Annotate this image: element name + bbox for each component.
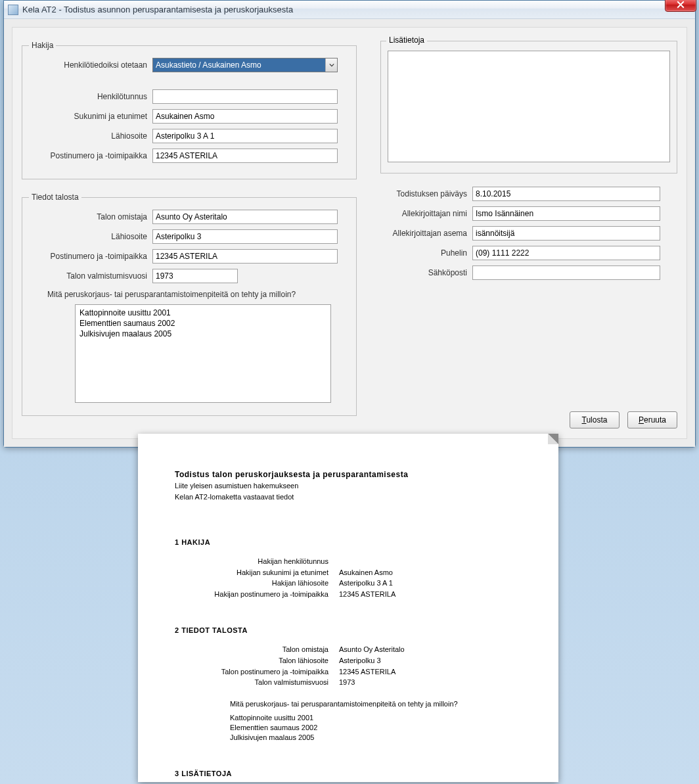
talo-postinumero-label: Postinumero ja -toimipaikka: [29, 252, 152, 261]
doc-s2v2: Asteripolku 3: [339, 656, 522, 666]
doc-sec1: 1 HAKIJA: [175, 538, 522, 547]
doc-sub1: Liite yleisen asumistuen hakemukseen: [175, 481, 522, 491]
tulosta-rest: ulosta: [586, 415, 607, 425]
form-panel: Hakija Henkilötiedoiksi otetaan Asukasti…: [12, 27, 687, 439]
hakija-lahiosoite-label: Lähiosoite: [29, 131, 152, 141]
valmistumisvuosi-label: Talon valmistumisvuosi: [29, 271, 152, 281]
sukunimi-input[interactable]: [152, 109, 338, 124]
henkilotunnus-label: Henkilötunnus: [29, 92, 152, 101]
doc-s1k3: Hakijan lähiosoite: [175, 578, 339, 588]
doc-s2k3: Talon postinumero ja -toimipaikka: [175, 667, 339, 677]
omistaja-label: Talon omistaja: [29, 212, 152, 221]
button-row: Tulosta Peruuta: [380, 411, 677, 428]
sukunimi-label: Sukunimi ja etunimet: [29, 112, 152, 121]
talosta-group: Tiedot talosta Talon omistaja Lähiosoite…: [22, 193, 357, 416]
valmistumisvuosi-input[interactable]: [152, 269, 238, 283]
sahkoposti-input[interactable]: [472, 265, 660, 280]
peruuta-rest: eruuta: [644, 415, 666, 425]
doc-s1v2: Asukainen Asmo: [339, 568, 522, 578]
chevron-down-icon: [329, 62, 334, 68]
app-icon: [8, 5, 18, 15]
doc-s1k2: Hakijan sukunimi ja etunimet: [175, 568, 339, 578]
asema-input[interactable]: [472, 226, 660, 241]
talo-lahiosoite-input[interactable]: [152, 229, 338, 244]
doc-s1k1: Hakijan henkilötunnus: [175, 557, 339, 566]
titlebar[interactable]: Kela AT2 - Todistus asunnon perusparanta…: [4, 1, 695, 19]
doc-s1v4: 12345 ASTERILA: [339, 589, 522, 599]
talo-lahiosoite-label: Lähiosoite: [29, 232, 152, 241]
doc-sec2: 2 TIEDOT TALOSTA: [175, 626, 522, 635]
hakija-postinumero-label: Postinumero ja -toimipaikka: [29, 151, 152, 160]
puhelin-input[interactable]: [472, 246, 660, 260]
main-window: Kela AT2 - Todistus asunnon perusparanta…: [3, 0, 696, 448]
doc-title: Todistus talon peruskorjauksesta ja peru…: [175, 469, 522, 480]
client-area: Hakija Henkilötiedoiksi otetaan Asukasti…: [4, 19, 695, 447]
tulosta-button[interactable]: Tulosta: [570, 411, 620, 428]
close-icon: [677, 1, 685, 9]
doc-s2v3: 12345 ASTERILA: [339, 667, 522, 677]
puhelin-label: Puhelin: [380, 248, 472, 258]
toimenpiteet-question: Mitä peruskorjaus- tai perusparantamisto…: [47, 290, 350, 299]
paivays-label: Todistuksen päiväys: [380, 189, 472, 198]
henkilotunnus-input[interactable]: [152, 89, 338, 104]
asema-label: Allekirjoittajan asema: [380, 229, 472, 238]
signature-fields: Todistuksen päiväys Allekirjoittajan nim…: [380, 187, 677, 280]
doc-sub2: Kelan AT2-lomaketta vastaavat tiedot: [175, 492, 522, 502]
doc-s2k2: Talon lähiosoite: [175, 656, 339, 666]
doc-s2l2: Elementtien saumaus 2002: [230, 723, 522, 733]
doc-s2k4: Talon valmistumisvuosi: [175, 678, 339, 687]
combo-drop-button[interactable]: [325, 58, 337, 72]
hakija-legend: Hakija: [29, 41, 56, 50]
talosta-legend: Tiedot talosta: [29, 193, 81, 202]
doc-s2q: Mitä peruskorjaus- tai perusparantamisto…: [230, 699, 522, 709]
sahkoposti-label: Sähköposti: [380, 268, 472, 277]
doc-s1v1: [339, 557, 522, 566]
lisatietoja-group: Lisätietoja: [380, 41, 677, 173]
doc-s2k1: Talon omistaja: [175, 645, 339, 655]
window-title: Kela AT2 - Todistus asunnon perusparanta…: [22, 5, 293, 14]
henkilotiedoiksi-combo[interactable]: Asukastieto / Asukainen Asmo: [152, 58, 338, 72]
doc-s2l3: Julkisivujen maalaus 2005: [230, 733, 522, 743]
peruuta-hotkey: P: [639, 415, 644, 425]
doc-s2v1: Asunto Oy Asteritalo: [339, 645, 522, 655]
talo-postinumero-input[interactable]: [152, 249, 338, 264]
doc-s2v4: 1973: [339, 678, 522, 687]
lisatietoja-textarea[interactable]: [388, 51, 670, 162]
toimenpiteet-textarea[interactable]: [75, 304, 331, 403]
hakija-group: Hakija Henkilötiedoiksi otetaan Asukasti…: [22, 41, 357, 179]
paivays-input[interactable]: [472, 187, 660, 201]
hakija-postinumero-input[interactable]: [152, 149, 338, 163]
omistaja-input[interactable]: [152, 210, 338, 224]
henkilotiedoiksi-label: Henkilötiedoiksi otetaan: [29, 60, 152, 70]
right-column: Lisätietoja Todistuksen päiväys Allekirj…: [380, 41, 677, 428]
doc-s2l1: Kattopinnoite uusittu 2001: [230, 713, 522, 723]
doc-sec3: 3 LISÄTIETOJA: [175, 769, 522, 779]
lisatietoja-title: Lisätietoja: [386, 35, 427, 45]
hakija-lahiosoite-input[interactable]: [152, 129, 338, 143]
left-column: Hakija Henkilötiedoiksi otetaan Asukasti…: [22, 41, 357, 429]
nimi-label: Allekirjoittajan nimi: [380, 209, 472, 218]
doc-s1k4: Hakijan postinumero ja -toimipaikka: [175, 589, 339, 599]
nimi-input[interactable]: [472, 206, 660, 221]
print-preview-content: Todistus talon peruskorjauksesta ja peru…: [138, 434, 558, 784]
doc-s1v3: Asteripolku 3 A 1: [339, 578, 522, 588]
close-button[interactable]: [665, 0, 696, 12]
henkilotiedoiksi-selected: Asukastieto / Asukainen Asmo: [153, 58, 325, 72]
peruuta-button[interactable]: Peruuta: [627, 411, 677, 428]
print-preview: Todistus talon peruskorjauksesta ja peru…: [138, 434, 558, 782]
